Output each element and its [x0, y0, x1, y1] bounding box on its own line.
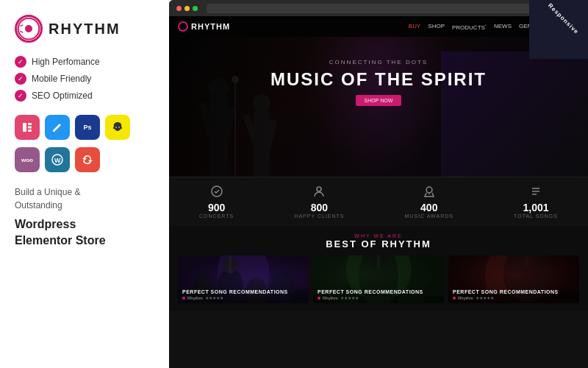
mailchimp-icon[interactable] [105, 115, 130, 140]
plugin-icons-row2: woo W [15, 147, 154, 172]
website-content: RHYTHM BUY SHOP PRODUCTS NEWS GENRES EVE… [169, 16, 588, 368]
features-list: ✓ High Perfomance ✓ Mobile Friendly ✓ SE… [15, 56, 154, 102]
photoshop-icon[interactable]: Ps [75, 115, 100, 140]
svg-point-10 [118, 127, 120, 128]
best-card-3-meta: Rhythm ★★★★★ [453, 295, 575, 300]
feature-item-3: ✓ SEO Optimized [15, 90, 154, 102]
svg-rect-7 [28, 127, 32, 129]
build-text: Build a Unique &Outstanding [15, 185, 154, 212]
hero-subtitle: Connecting The Dots [270, 59, 487, 66]
feature-item-1: ✓ High Perfomance [15, 56, 154, 68]
songs-label: TOTAL SONGS [514, 213, 558, 219]
clients-label: HAPPY CLIENTS [294, 213, 344, 219]
elementor-icon[interactable] [15, 115, 40, 140]
awards-icon [405, 185, 453, 200]
best-card-1-meta: Rhythm ★★★★★ [182, 295, 304, 300]
sync-icon[interactable] [75, 147, 100, 172]
check-icon-2: ✓ [15, 73, 26, 85]
meta-dot-3 [453, 297, 456, 300]
awards-number: 400 [405, 202, 453, 213]
site-logo-nav: RHYTHM [178, 21, 230, 32]
nav-shop[interactable]: SHOP [428, 23, 445, 31]
nav-products[interactable]: PRODUCTS [452, 23, 487, 31]
best-card-2-meta: Rhythm ★★★★★ [318, 295, 440, 300]
concerts-label: CONCERTS [199, 213, 234, 219]
hero-background [169, 37, 588, 177]
meta-dot-1 [182, 297, 185, 300]
clients-number: 800 [294, 202, 344, 213]
check-icon-1: ✓ [15, 56, 26, 68]
best-card-2-content: PERFECT SONG RECOMMENDATIONS Rhythm ★★★★… [313, 286, 444, 303]
svg-text:W: W [54, 157, 61, 164]
svg-point-25 [317, 187, 321, 191]
edit-icon[interactable] [45, 115, 70, 140]
svg-point-2 [27, 27, 29, 29]
svg-line-4 [20, 31, 23, 32]
feature-item-2: ✓ Mobile Friendly [15, 73, 154, 85]
best-card-2[interactable]: PERFECT SONG RECOMMENDATIONS Rhythm ★★★★… [313, 255, 444, 303]
browser-dot-yellow[interactable] [184, 6, 190, 11]
hero-section: Connecting The Dots MUSIC OF THE SPIRIT … [169, 37, 588, 177]
logo-icon [15, 15, 43, 43]
section-title: BEST OF RHYTHM [178, 238, 579, 250]
browser-url-bar[interactable] [207, 4, 581, 13]
woocommerce-icon[interactable]: woo [15, 147, 40, 172]
hero-cta-button[interactable]: SHOP NOW [356, 95, 402, 106]
concerts-icon [199, 185, 234, 200]
concerts-number: 900 [199, 202, 234, 213]
best-card-3-title: PERFECT SONG RECOMMENDATIONS [453, 289, 575, 294]
best-card-3-content: PERFECT SONG RECOMMENDATIONS Rhythm ★★★★… [448, 286, 579, 303]
browser-dot-green[interactable] [193, 6, 198, 11]
svg-line-3 [20, 25, 23, 26]
awards-label: MUSIC AWARDS [405, 213, 453, 219]
build-highlight: Wordpress Elementor Store [15, 216, 154, 250]
svg-rect-5 [23, 123, 26, 132]
logo-area: RHYTHM [15, 15, 154, 43]
stat-awards: 400 MUSIC AWARDS [405, 185, 453, 219]
section-subtitle: WHY WE ARE [178, 233, 579, 238]
best-card-1[interactable]: PERFECT SONG RECOMMENDATIONS Rhythm ★★★★… [178, 255, 309, 303]
browser-mockup: RHYTHM BUY SHOP PRODUCTS NEWS GENRES EVE… [169, 0, 588, 368]
best-section: WHY WE ARE BEST OF RHYTHM [169, 226, 588, 311]
left-panel: RHYTHM ✓ High Perfomance ✓ Mobile Friend… [0, 0, 169, 368]
svg-point-9 [115, 127, 117, 128]
nav-news[interactable]: NEWS [494, 23, 512, 31]
hero-text-area: Connecting The Dots MUSIC OF THE SPIRIT … [270, 59, 487, 106]
nav-buy[interactable]: BUY [409, 23, 420, 31]
plugin-icons-row1: Ps [15, 115, 154, 140]
stat-clients: 800 HAPPY CLIENTS [294, 185, 344, 219]
stats-section: 900 CONCERTS 800 HAPPY CLIENTS [169, 177, 588, 226]
svg-point-1 [26, 26, 32, 32]
check-icon-3: ✓ [15, 90, 26, 102]
wordpress-icon[interactable]: W [45, 147, 70, 172]
best-grid: PERFECT SONG RECOMMENDATIONS Rhythm ★★★★… [178, 255, 579, 303]
stat-concerts: 900 CONCERTS [199, 185, 234, 219]
site-nav: RHYTHM BUY SHOP PRODUCTS NEWS GENRES EVE… [169, 16, 588, 37]
browser-bar [169, 0, 588, 16]
right-panel: Responsive RHYTHM BUY SHOP PRODUCTS NEWS [169, 0, 588, 368]
best-card-2-title: PERFECT SONG RECOMMENDATIONS [318, 289, 440, 294]
clients-icon [294, 185, 344, 200]
meta-dot-2 [318, 297, 320, 300]
svg-rect-8 [28, 130, 32, 132]
section-header: WHY WE ARE BEST OF RHYTHM [178, 233, 579, 250]
hero-title: MUSIC OF THE SPIRIT [270, 70, 487, 89]
responsive-badge: Responsive [529, 0, 588, 59]
songs-number: 1,001 [514, 202, 558, 213]
best-card-1-title: PERFECT SONG RECOMMENDATIONS [182, 289, 304, 294]
logo-text: RHYTHM [49, 21, 121, 38]
svg-point-26 [426, 187, 432, 193]
browser-dot-red[interactable] [176, 6, 182, 11]
svg-point-0 [18, 18, 40, 40]
stat-songs: 1,001 TOTAL SONGS [514, 185, 558, 219]
best-card-1-content: PERFECT SONG RECOMMENDATIONS Rhythm ★★★★… [178, 286, 309, 303]
svg-rect-6 [28, 123, 32, 125]
best-card-3[interactable]: PERFECT SONG RECOMMENDATIONS Rhythm ★★★★… [448, 255, 579, 303]
site-logo-circle-icon [178, 21, 188, 32]
songs-icon [514, 185, 558, 200]
